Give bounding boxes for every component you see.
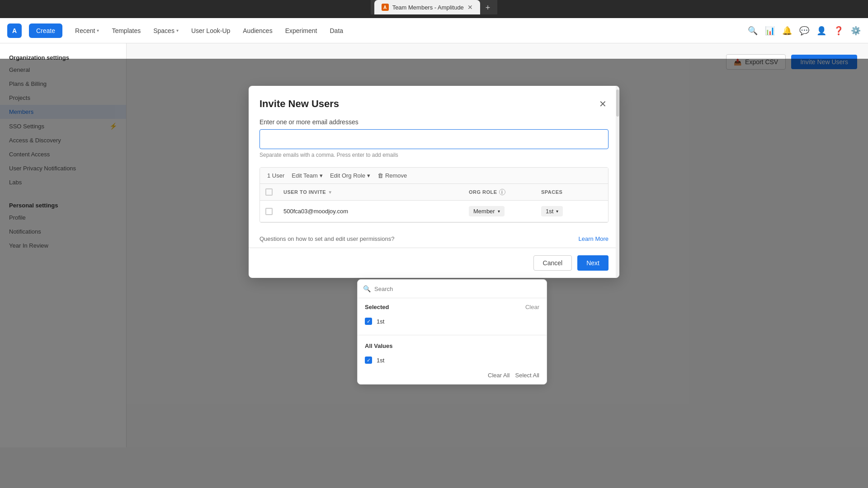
nav-audiences[interactable]: Audiences bbox=[237, 23, 278, 38]
row-checkbox-cell bbox=[260, 201, 278, 222]
edit-org-role-button[interactable]: Edit Org Role ▾ bbox=[330, 172, 370, 179]
browser-tab[interactable]: A Team Members - Amplitude ✕ bbox=[374, 0, 480, 14]
nav-spaces[interactable]: Spaces ▾ bbox=[148, 23, 184, 38]
role-chevron-icon: ▾ bbox=[498, 209, 500, 214]
selected-item-label-1st: 1st bbox=[377, 318, 384, 325]
selected-title: Selected bbox=[365, 304, 389, 310]
dialog-title: Invite New Users bbox=[259, 98, 339, 110]
recent-chevron-icon: ▾ bbox=[97, 28, 99, 33]
nav-data[interactable]: Data bbox=[324, 23, 349, 38]
dropdown-all-values-section: All Values ✓ 1st bbox=[358, 337, 547, 372]
nav-userlookup[interactable]: User Look-Up bbox=[186, 23, 236, 38]
help-icon[interactable]: ❓ bbox=[834, 26, 844, 36]
all-values-item-1st: ✓ 1st bbox=[365, 354, 539, 366]
select-all-button[interactable]: Select All bbox=[515, 372, 539, 379]
dialog-header: Invite New Users ✕ bbox=[249, 86, 619, 118]
header-checkbox-cell bbox=[260, 184, 278, 200]
app-header: A Create Recent ▾ Templates Spaces ▾ Use… bbox=[0, 18, 868, 43]
dropdown-divider bbox=[358, 335, 547, 335]
selected-item-1st: ✓ 1st bbox=[365, 315, 539, 328]
select-all-checkbox[interactable] bbox=[265, 188, 273, 196]
tab-close-button[interactable]: ✕ bbox=[467, 4, 473, 11]
header-icons: 🔍 📊 🔔 💬 👤 ❓ ⚙️ bbox=[748, 26, 861, 36]
dialog-close-button[interactable]: ✕ bbox=[597, 97, 609, 111]
selected-section-header: Selected Clear bbox=[365, 304, 539, 310]
dialog-help: Questions on how to set and edit user pe… bbox=[249, 230, 619, 248]
tab-title: Team Members - Amplitude bbox=[392, 4, 464, 11]
email-label: Enter one or more email addresses bbox=[259, 118, 609, 126]
org-role-header: ORG ROLE i bbox=[463, 184, 536, 200]
user-count-label: 1 User bbox=[267, 172, 284, 179]
email-cell: 500fca03@moodjoy.com bbox=[278, 201, 463, 222]
clear-link[interactable]: Clear bbox=[525, 304, 539, 310]
all-values-item-label-1st: 1st bbox=[377, 357, 384, 364]
learn-more-link[interactable]: Learn More bbox=[579, 235, 609, 242]
email-value: 500fca03@moodjoy.com bbox=[283, 208, 348, 215]
table-header: USER TO INVITE ▼ ORG ROLE i SPACES bbox=[260, 184, 608, 201]
settings-icon[interactable]: ⚙️ bbox=[851, 26, 861, 36]
dropdown-search-area: 🔍 bbox=[358, 280, 547, 298]
tab-favicon: A bbox=[382, 4, 389, 11]
all-values-title: All Values bbox=[365, 343, 392, 349]
invite-dialog: Invite New Users ✕ Enter one or more ema… bbox=[249, 86, 619, 278]
header-nav: Recent ▾ Templates Spaces ▾ User Look-Up… bbox=[70, 23, 349, 38]
nav-templates[interactable]: Templates bbox=[106, 23, 146, 38]
dropdown-search-icon: 🔍 bbox=[363, 285, 371, 292]
spaces-header: SPACES bbox=[536, 184, 608, 200]
table-row: 500fca03@moodjoy.com Member ▾ 1st ▾ bbox=[260, 201, 608, 222]
new-tab-button[interactable]: + bbox=[482, 1, 494, 14]
user-to-invite-header[interactable]: USER TO INVITE ▼ bbox=[278, 184, 463, 200]
edit-team-button[interactable]: Edit Team ▾ bbox=[292, 172, 323, 179]
scrollbar-thumb[interactable] bbox=[616, 89, 619, 117]
all-values-header: All Values bbox=[365, 343, 539, 349]
dropdown-actions: Clear All Select All bbox=[358, 372, 547, 384]
edit-team-chevron-icon: ▾ bbox=[320, 172, 323, 179]
selected-checkbox-1st[interactable]: ✓ bbox=[365, 318, 372, 325]
feedback-icon[interactable]: 💬 bbox=[799, 26, 809, 36]
person-icon[interactable]: 👤 bbox=[816, 26, 826, 36]
spaces-chevron-icon: ▾ bbox=[556, 209, 558, 214]
dropdown-search-input[interactable] bbox=[374, 286, 541, 292]
remove-button[interactable]: 🗑 Remove bbox=[377, 172, 407, 179]
trash-icon: 🗑 bbox=[377, 172, 383, 179]
info-icon[interactable]: i bbox=[499, 189, 505, 195]
spaces-cell: 1st ▾ bbox=[536, 201, 608, 222]
clear-all-button[interactable]: Clear All bbox=[488, 372, 509, 379]
cancel-button[interactable]: Cancel bbox=[533, 255, 572, 271]
search-icon[interactable]: 🔍 bbox=[748, 26, 758, 36]
sort-icon: ▼ bbox=[328, 190, 332, 195]
create-button[interactable]: Create bbox=[29, 23, 62, 38]
dialog-body: Enter one or more email addresses Separa… bbox=[249, 118, 619, 223]
org-role-select[interactable]: Member ▾ bbox=[469, 206, 505, 216]
dialog-footer: Cancel Next bbox=[249, 248, 619, 278]
activity-icon[interactable]: 📊 bbox=[765, 26, 775, 36]
app-logo: A bbox=[7, 23, 22, 38]
email-hint: Separate emails with a comma. Press ente… bbox=[259, 152, 609, 158]
modal-overlay: Invite New Users ✕ Enter one or more ema… bbox=[0, 59, 868, 447]
help-text: Questions on how to set and edit user pe… bbox=[259, 235, 394, 242]
email-input[interactable] bbox=[259, 129, 609, 149]
all-values-checkbox-1st[interactable]: ✓ bbox=[365, 357, 372, 364]
dropdown-selected-section: Selected Clear ✓ 1st bbox=[358, 298, 547, 333]
spaces-select[interactable]: 1st ▾ bbox=[541, 206, 563, 216]
edit-org-role-chevron-icon: ▾ bbox=[367, 172, 370, 179]
bell-icon[interactable]: 🔔 bbox=[782, 26, 792, 36]
row-checkbox[interactable] bbox=[265, 208, 273, 215]
invite-table: 1 User Edit Team ▾ Edit Org Role ▾ 🗑 Rem… bbox=[259, 167, 609, 223]
nav-experiment[interactable]: Experiment bbox=[280, 23, 323, 38]
org-role-cell: Member ▾ bbox=[463, 201, 536, 222]
spaces-dropdown: 🔍 Selected Clear ✓ 1st All Values ✓ 1st bbox=[357, 279, 547, 385]
nav-recent[interactable]: Recent ▾ bbox=[70, 23, 104, 38]
table-toolbar: 1 User Edit Team ▾ Edit Org Role ▾ 🗑 Rem… bbox=[260, 168, 608, 184]
next-button[interactable]: Next bbox=[577, 255, 609, 271]
spaces-chevron-icon: ▾ bbox=[176, 28, 179, 33]
